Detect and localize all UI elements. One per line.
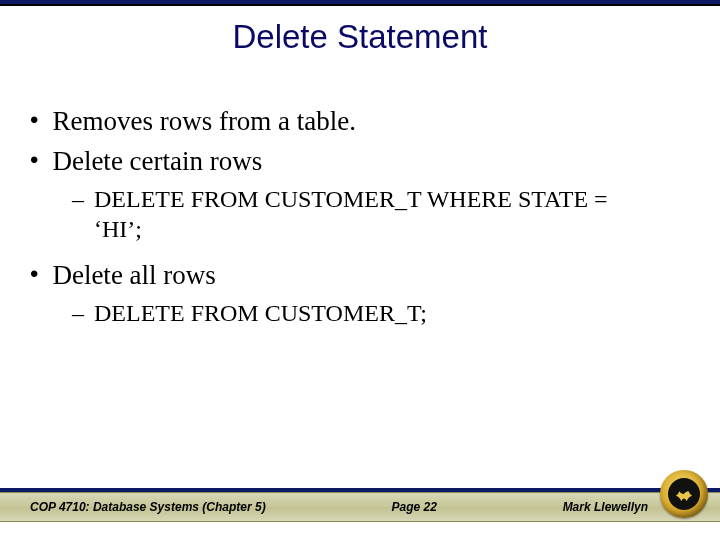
footer-center: Page 22 [391,500,436,514]
bullet-marker: • [30,104,38,136]
sub-bullet-text: DELETE FROM CUSTOMER_T; [94,298,427,328]
sub-bullet-item: – DELETE FROM CUSTOMER_T; [72,298,690,328]
logo-inner-disc [668,478,700,510]
pegasus-icon [673,483,695,505]
bullet-item: • Delete certain rows [30,144,690,178]
footer-left: COP 4710: Database Systems (Chapter 5) [30,500,266,514]
slide-body: • Removes rows from a table. • Delete ce… [30,104,690,328]
bullet-marker: • [30,258,38,290]
top-accent-bar [0,0,720,6]
sub-bullet-marker: – [72,298,84,328]
sub-bullet-text: DELETE FROM CUSTOMER_T WHERE STATE = ‘HI… [94,184,654,244]
bullet-item: • Delete all rows [30,258,690,292]
logo-outer-ring [660,470,708,518]
bullet-marker: • [30,144,38,176]
footer-bar: COP 4710: Database Systems (Chapter 5) P… [0,492,720,522]
bullet-text: Delete all rows [52,258,215,292]
footer: COP 4710: Database Systems (Chapter 5) P… [0,488,720,522]
footer-right: Mark Llewellyn [563,500,648,514]
bullet-text: Removes rows from a table. [52,104,356,138]
slide-title: Delete Statement [0,18,720,56]
bullet-text: Delete certain rows [52,144,262,178]
bullet-item: • Removes rows from a table. [30,104,690,138]
sub-bullet-item: – DELETE FROM CUSTOMER_T WHERE STATE = ‘… [72,184,690,244]
sub-bullet-marker: – [72,184,84,214]
ucf-logo-icon [660,470,708,518]
